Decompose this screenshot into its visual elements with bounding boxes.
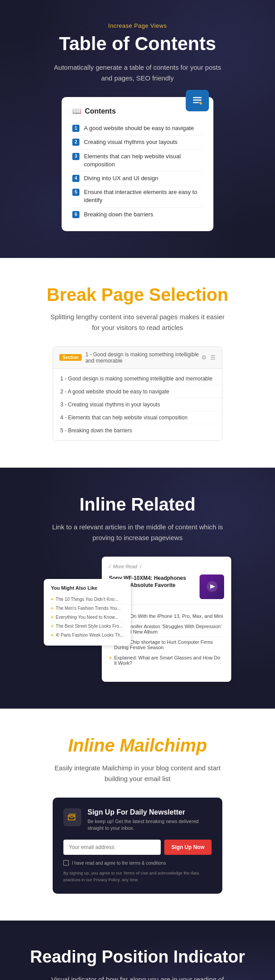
rpi-description: Visual indicator of how far along you ar…	[48, 974, 227, 980]
toc-num-6: 6	[72, 211, 79, 218]
bps-list-item-2: 2 - A good website should be easy to nav…	[53, 385, 222, 398]
bps-description: Splitting lengthy content into several p…	[48, 312, 227, 333]
mc-checkbox[interactable]	[63, 860, 69, 866]
mc-widget-subtitle: Be keep up! Get the latest breaking news…	[88, 818, 212, 832]
svg-rect-2	[193, 100, 201, 101]
bps-menu-icon: ☰	[210, 354, 216, 361]
bps-settings-icon: ⚙	[201, 354, 207, 361]
toc-card-header: 📖 Contents	[72, 107, 203, 115]
toc-item-text-6: Breaking down the barriers	[84, 211, 153, 219]
toc-items-list: 1 A good website should be easy to navig…	[72, 122, 203, 221]
rpi-title: Reading Position Indicator	[18, 947, 257, 967]
mc-email-row[interactable]: Sign Up Now	[63, 840, 212, 855]
book-icon: 📖	[72, 107, 81, 115]
mailchimp-widget: Sign Up For Daily Newsletter Be keep up!…	[53, 798, 222, 894]
toc-num-3: 3	[72, 153, 79, 160]
mc-header-text: Sign Up For Daily Newsletter Be keep up!…	[88, 808, 212, 832]
toc-item-text-1: A good website should be easy to navigat…	[84, 124, 194, 132]
ir-sidebar-item-1: The 10 Things You Didn't Kno...	[51, 595, 124, 604]
toc-num-1: 1	[72, 125, 79, 132]
ir-featured-image	[200, 574, 224, 599]
ir-sidebar: You Might Also Like The 10 Things You Di…	[44, 579, 131, 646]
toc-item-6: 6 Breaking down the barriers	[72, 208, 203, 221]
mailchimp-title: Inline Mailchimp	[18, 735, 257, 756]
toc-item-3: 3 Elements that can help website visual …	[72, 150, 203, 172]
bps-header-left: Section 1 - Good design is making someth…	[59, 351, 201, 364]
ir-sidebar-item-3: Everything You Need to Know...	[51, 613, 124, 622]
mailchimp-description: Easily integrate Mailchimp in your blog …	[48, 763, 227, 784]
toc-item-text-3: Elements that can help website visual co…	[84, 152, 203, 169]
ir-title: Inline Related	[18, 494, 257, 515]
mc-email-input[interactable]	[63, 840, 161, 855]
mc-checkbox-label: I have read and agree to the terms & con…	[72, 861, 166, 866]
ir-container: You Might Also Like The 10 Things You Di…	[44, 557, 231, 682]
bps-header-text: 1 - Good design is making something inte…	[85, 351, 201, 364]
ir-description: Link to a relevant articles in the middl…	[48, 522, 227, 543]
section-badge: Section	[59, 354, 82, 361]
toc-num-4: 4	[72, 175, 79, 182]
mc-submit-button[interactable]: Sign Up Now	[164, 840, 212, 855]
toc-label: Increase Page Views	[18, 22, 257, 29]
bps-list: 1 - Good design is making something inte…	[53, 369, 222, 440]
ir-more-read-label: More Read	[109, 564, 224, 569]
mc-header: Sign Up For Daily Newsletter Be keep up!…	[63, 808, 212, 832]
toc-description: Automatically generate a table of conten…	[48, 62, 227, 84]
rpi-section: Reading Position Indicator Visual indica…	[0, 921, 275, 980]
toc-num-5: 5	[72, 189, 79, 196]
mc-fine-print: By signing up, you agree to our Terms of…	[63, 870, 212, 883]
ir-sidebar-item-5: 4! Paris Fashion Week Looks Th...	[51, 631, 124, 639]
mc-icon	[63, 808, 81, 826]
toc-item-5: 5 Ensure that interactive elements are e…	[72, 186, 203, 207]
toc-card-title: Contents	[85, 107, 116, 115]
bps-section: Break Page Selection Splitting lengthy c…	[0, 258, 275, 468]
toc-item-text-5: Ensure that interactive elements are eas…	[84, 188, 203, 204]
toc-title: Table of Contents	[18, 34, 257, 54]
svg-rect-3	[193, 102, 199, 103]
ir-sidebar-item-4: The Best Street Style Looks Fro...	[51, 622, 124, 631]
ir-link-4: Explained: What are Smart Glasses and Ho…	[109, 653, 224, 668]
bps-title: Break Page Selection	[18, 285, 257, 304]
bps-header: Section 1 - Good design is making someth…	[53, 347, 222, 369]
toc-num-2: 2	[72, 139, 79, 146]
mailchimp-section: Inline Mailchimp Easily integrate Mailch…	[0, 709, 275, 921]
mc-widget-title: Sign Up For Daily Newsletter	[88, 808, 212, 816]
bps-icons: ⚙ ☰	[201, 354, 216, 361]
ir-section: Inline Related Link to a relevant articl…	[0, 468, 275, 709]
bps-list-item-4: 4 - Elements that can help website visua…	[53, 411, 222, 424]
ir-sidebar-title: You Might Also Like	[51, 585, 124, 591]
toc-card: 📖 Contents 1 A good website should be ea…	[62, 97, 213, 231]
toc-item-text-2: Creating visual rhythms your layouts	[84, 138, 178, 146]
mc-checkbox-row: I have read and agree to the terms & con…	[63, 860, 212, 866]
toc-item-2: 2 Creating visual rhythms your layouts	[72, 135, 203, 149]
toc-item-1: 1 A good website should be easy to navig…	[72, 122, 203, 135]
toc-section: Increase Page Views Table of Contents Au…	[0, 0, 275, 258]
bps-list-item-1: 1 - Good design is making something inte…	[53, 372, 222, 385]
ir-sidebar-item-2: The Men's Fashion Trends You...	[51, 604, 124, 613]
bps-list-item-3: 3 - Creating visual rhythms in your layo…	[53, 398, 222, 411]
toc-item-4: 4 Diving into UX and UI design	[72, 172, 203, 186]
svg-rect-1	[193, 97, 201, 98]
toc-item-text-4: Diving into UX and UI design	[84, 174, 158, 182]
bps-list-item-5: 5 - Breaking down the barriers	[53, 424, 222, 437]
bps-widget: Section 1 - Good design is making someth…	[53, 346, 222, 441]
toc-badge-icon	[186, 90, 209, 111]
